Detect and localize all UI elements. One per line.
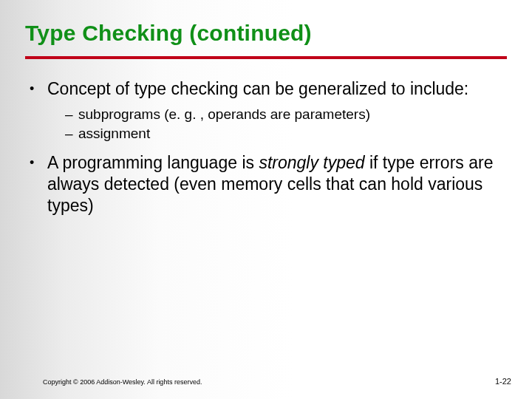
text-run: A programming language is xyxy=(47,153,259,172)
emphasized-term: strongly typed xyxy=(259,153,364,172)
title-divider xyxy=(25,56,507,59)
sub-bullet-text: subprograms (e. g. , operands are parame… xyxy=(78,106,507,123)
dash-icon: – xyxy=(65,125,78,143)
sub-bullet-item: – assignment xyxy=(65,125,507,143)
bullet-item: • Concept of type checking can be genera… xyxy=(27,78,507,100)
bullet-item: • A programming language is strongly typ… xyxy=(27,152,507,216)
bullet-icon: • xyxy=(27,152,47,216)
bullet-text: A programming language is strongly typed… xyxy=(47,152,507,216)
sub-bullet-text: assignment xyxy=(78,125,507,143)
dash-icon: – xyxy=(65,106,78,123)
sub-bullet-item: – subprograms (e. g. , operands are para… xyxy=(65,106,507,123)
sub-bullet-group: – subprograms (e. g. , operands are para… xyxy=(27,106,507,143)
copyright-text: Copyright © 2006 Addison-Wesley. All rig… xyxy=(43,378,202,386)
bullet-text: Concept of type checking can be generali… xyxy=(47,78,507,100)
bullet-icon: • xyxy=(27,78,47,100)
slide-title: Type Checking (continued) xyxy=(25,21,507,46)
slide: Type Checking (continued) • Concept of t… xyxy=(0,0,532,399)
slide-body: • Concept of type checking can be genera… xyxy=(25,78,507,216)
page-number: 1-22 xyxy=(495,377,511,386)
slide-footer: Copyright © 2006 Addison-Wesley. All rig… xyxy=(43,377,511,386)
